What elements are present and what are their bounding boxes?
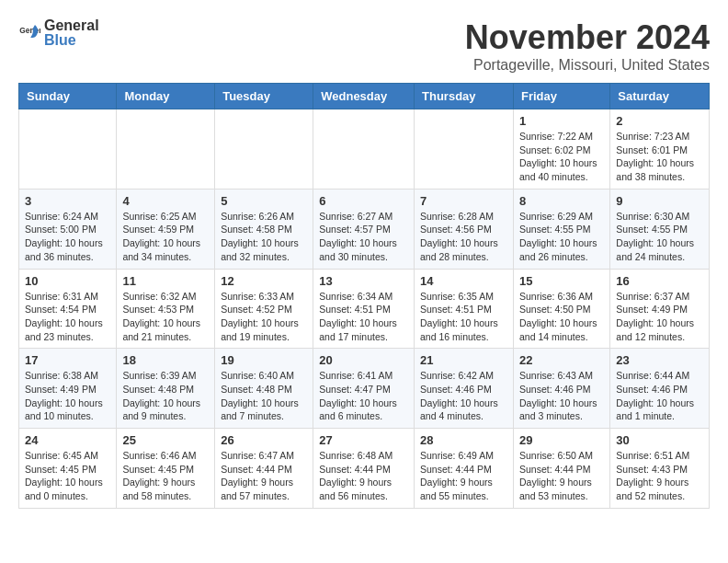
day-number: 26 [221,433,307,447]
day-number: 23 [616,353,703,367]
day-number: 7 [420,194,507,208]
calendar-cell [313,109,415,190]
logo: General General Blue [18,18,99,48]
day-number: 22 [519,353,604,367]
day-number: 20 [319,353,408,367]
logo-general-text: General [44,18,99,33]
calendar-cell: 2Sunrise: 7:23 AM Sunset: 6:01 PM Daylig… [610,109,710,190]
calendar-cell: 7Sunrise: 6:28 AM Sunset: 4:56 PM Daylig… [415,189,514,269]
calendar-cell: 26Sunrise: 6:47 AM Sunset: 4:44 PM Dayli… [215,429,313,509]
day-number: 3 [25,194,110,208]
calendar-cell: 25Sunrise: 6:46 AM Sunset: 4:45 PM Dayli… [117,429,215,509]
calendar-cell: 5Sunrise: 6:26 AM Sunset: 4:58 PM Daylig… [215,189,313,269]
day-number: 4 [122,194,209,208]
day-info: Sunrise: 6:31 AM Sunset: 4:54 PM Dayligh… [25,290,110,344]
day-number: 27 [319,433,408,447]
day-number: 25 [122,433,209,447]
day-number: 29 [519,433,604,447]
calendar-cell [19,109,117,190]
calendar-table: SundayMondayTuesdayWednesdayThursdayFrid… [18,83,710,509]
calendar-cell: 10Sunrise: 6:31 AM Sunset: 4:54 PM Dayli… [19,269,117,349]
col-header-saturday: Saturday [610,84,710,109]
day-number: 6 [319,194,408,208]
day-info: Sunrise: 6:50 AM Sunset: 4:44 PM Dayligh… [519,449,604,503]
day-number: 15 [519,274,604,288]
day-number: 1 [519,114,604,128]
day-number: 5 [221,194,307,208]
day-info: Sunrise: 6:33 AM Sunset: 4:52 PM Dayligh… [221,290,307,344]
day-info: Sunrise: 6:27 AM Sunset: 4:57 PM Dayligh… [319,210,408,264]
day-number: 21 [420,353,507,367]
day-info: Sunrise: 6:35 AM Sunset: 4:51 PM Dayligh… [420,290,507,344]
calendar-cell: 15Sunrise: 6:36 AM Sunset: 4:50 PM Dayli… [513,269,609,349]
calendar-cell: 14Sunrise: 6:35 AM Sunset: 4:51 PM Dayli… [415,269,514,349]
day-number: 30 [616,433,703,447]
day-info: Sunrise: 6:25 AM Sunset: 4:59 PM Dayligh… [122,210,209,264]
logo-icon: General [18,22,40,44]
calendar-cell: 21Sunrise: 6:42 AM Sunset: 4:46 PM Dayli… [415,349,514,429]
day-info: Sunrise: 7:22 AM Sunset: 6:02 PM Dayligh… [519,130,604,184]
calendar-week-row: 1Sunrise: 7:22 AM Sunset: 6:02 PM Daylig… [19,109,710,190]
day-info: Sunrise: 6:30 AM Sunset: 4:55 PM Dayligh… [616,210,703,264]
calendar-cell: 29Sunrise: 6:50 AM Sunset: 4:44 PM Dayli… [513,429,609,509]
day-info: Sunrise: 6:46 AM Sunset: 4:45 PM Dayligh… [122,449,209,503]
day-info: Sunrise: 6:40 AM Sunset: 4:48 PM Dayligh… [221,369,307,423]
logo-blue-text: Blue [44,33,99,48]
calendar-cell: 20Sunrise: 6:41 AM Sunset: 4:47 PM Dayli… [313,349,415,429]
calendar-cell [415,109,514,190]
day-number: 17 [25,353,110,367]
day-info: Sunrise: 6:36 AM Sunset: 4:50 PM Dayligh… [519,290,604,344]
day-info: Sunrise: 6:26 AM Sunset: 4:58 PM Dayligh… [221,210,307,264]
day-info: Sunrise: 6:24 AM Sunset: 5:00 PM Dayligh… [25,210,110,264]
calendar-cell: 9Sunrise: 6:30 AM Sunset: 4:55 PM Daylig… [610,189,710,269]
day-info: Sunrise: 6:39 AM Sunset: 4:48 PM Dayligh… [122,369,209,423]
calendar-week-row: 24Sunrise: 6:45 AM Sunset: 4:45 PM Dayli… [19,429,710,509]
day-number: 12 [221,274,307,288]
calendar-week-row: 17Sunrise: 6:38 AM Sunset: 4:49 PM Dayli… [19,349,710,429]
day-number: 19 [221,353,307,367]
day-info: Sunrise: 6:47 AM Sunset: 4:44 PM Dayligh… [221,449,307,503]
col-header-tuesday: Tuesday [215,84,313,109]
calendar-week-row: 3Sunrise: 6:24 AM Sunset: 5:00 PM Daylig… [19,189,710,269]
col-header-friday: Friday [513,84,609,109]
calendar-cell: 22Sunrise: 6:43 AM Sunset: 4:46 PM Dayli… [513,349,609,429]
day-number: 8 [519,194,604,208]
day-info: Sunrise: 6:48 AM Sunset: 4:44 PM Dayligh… [319,449,408,503]
day-info: Sunrise: 6:29 AM Sunset: 4:55 PM Dayligh… [519,210,604,264]
calendar-cell [117,109,215,190]
calendar-cell: 6Sunrise: 6:27 AM Sunset: 4:57 PM Daylig… [313,189,415,269]
title-area: November 2024 Portageville, Missouri, Un… [465,18,710,74]
calendar-cell: 28Sunrise: 6:49 AM Sunset: 4:44 PM Dayli… [415,429,514,509]
calendar-cell: 19Sunrise: 6:40 AM Sunset: 4:48 PM Dayli… [215,349,313,429]
page-header: General General Blue November 2024 Porta… [18,18,710,74]
day-number: 28 [420,433,507,447]
calendar-cell: 11Sunrise: 6:32 AM Sunset: 4:53 PM Dayli… [117,269,215,349]
day-info: Sunrise: 6:37 AM Sunset: 4:49 PM Dayligh… [616,290,703,344]
day-number: 18 [122,353,209,367]
day-number: 2 [616,114,703,128]
day-number: 13 [319,274,408,288]
calendar-cell: 27Sunrise: 6:48 AM Sunset: 4:44 PM Dayli… [313,429,415,509]
calendar-cell [215,109,313,190]
calendar-cell: 16Sunrise: 6:37 AM Sunset: 4:49 PM Dayli… [610,269,710,349]
calendar-header-row: SundayMondayTuesdayWednesdayThursdayFrid… [19,84,710,109]
day-info: Sunrise: 6:49 AM Sunset: 4:44 PM Dayligh… [420,449,507,503]
day-number: 14 [420,274,507,288]
calendar-cell: 18Sunrise: 6:39 AM Sunset: 4:48 PM Dayli… [117,349,215,429]
calendar-week-row: 10Sunrise: 6:31 AM Sunset: 4:54 PM Dayli… [19,269,710,349]
col-header-sunday: Sunday [19,84,117,109]
day-info: Sunrise: 6:28 AM Sunset: 4:56 PM Dayligh… [420,210,507,264]
calendar-cell: 8Sunrise: 6:29 AM Sunset: 4:55 PM Daylig… [513,189,609,269]
calendar-cell: 13Sunrise: 6:34 AM Sunset: 4:51 PM Dayli… [313,269,415,349]
col-header-monday: Monday [117,84,215,109]
calendar-cell: 4Sunrise: 6:25 AM Sunset: 4:59 PM Daylig… [117,189,215,269]
day-number: 16 [616,274,703,288]
calendar-cell: 17Sunrise: 6:38 AM Sunset: 4:49 PM Dayli… [19,349,117,429]
day-number: 11 [122,274,209,288]
day-info: Sunrise: 6:32 AM Sunset: 4:53 PM Dayligh… [122,290,209,344]
calendar-cell: 23Sunrise: 6:44 AM Sunset: 4:46 PM Dayli… [610,349,710,429]
day-info: Sunrise: 6:42 AM Sunset: 4:46 PM Dayligh… [420,369,507,423]
month-title: November 2024 [465,18,710,57]
day-number: 24 [25,433,110,447]
day-number: 9 [616,194,703,208]
